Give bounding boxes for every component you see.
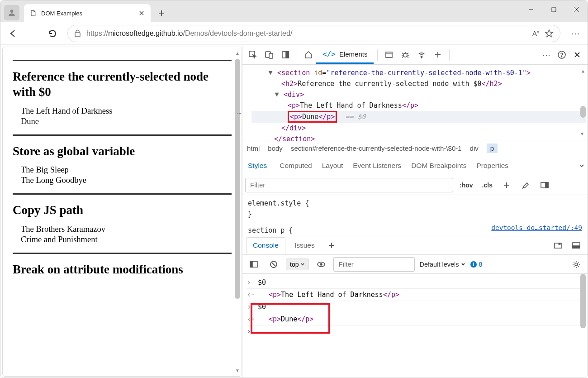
device-toggle-icon[interactable] xyxy=(261,47,277,62)
help-icon[interactable] xyxy=(554,47,569,62)
list-item: The Brothers Karamazov xyxy=(21,225,232,234)
svg-rect-14 xyxy=(545,182,548,188)
close-devtools-icon[interactable] xyxy=(569,47,585,62)
svg-point-26 xyxy=(575,263,578,266)
window-controls xyxy=(520,0,588,19)
browser-tab[interactable]: DOM Examples xyxy=(24,4,151,22)
svg-rect-2 xyxy=(75,33,80,37)
styles-rules[interactable]: element.style { } xyxy=(242,195,588,222)
devtools-panel: </> Elements ⋯ ⋯ ▼ <section id="referenc… xyxy=(242,45,588,378)
panel-toggle-icon[interactable] xyxy=(537,177,552,193)
elements-icon: </> xyxy=(322,50,336,58)
network-icon[interactable] xyxy=(414,47,429,62)
dom-selected-node: <p>Dune</p> == $0 xyxy=(251,111,586,123)
chevron-down-icon[interactable] xyxy=(579,163,585,169)
bug-icon[interactable] xyxy=(398,47,413,62)
add-tab-icon[interactable] xyxy=(430,47,446,62)
clear-console-icon[interactable] xyxy=(266,257,281,272)
favorite-icon[interactable] xyxy=(545,29,554,38)
source-link[interactable]: devtools-do…started/:49 xyxy=(491,224,582,231)
titlebar: DOM Examples xyxy=(0,0,588,22)
console-filter-input[interactable] xyxy=(333,257,415,272)
page-content[interactable]: Reference the currently-selected node wi… xyxy=(3,47,242,376)
drawer-expand-icon[interactable] xyxy=(550,238,566,253)
cls-toggle[interactable]: .cls xyxy=(479,182,495,189)
log-levels[interactable]: Default levels xyxy=(419,261,465,268)
styles-rules[interactable]: section p { devtools-do…started/:49 xyxy=(242,222,588,236)
tab-event-listeners[interactable]: Event Listeners xyxy=(353,162,401,170)
breadcrumb-selected[interactable]: p xyxy=(487,144,498,153)
page-viewport: Reference the currently-selected node wi… xyxy=(2,47,242,377)
section-heading: Copy JS path xyxy=(13,203,232,218)
back-button[interactable] xyxy=(4,25,21,42)
svg-rect-7 xyxy=(286,52,289,58)
brush-icon[interactable] xyxy=(518,177,533,193)
settings-icon[interactable] xyxy=(569,257,584,272)
minimize-button[interactable] xyxy=(520,0,542,19)
arrow-up-icon[interactable]: ▲ xyxy=(580,68,586,73)
address-bar[interactable]: https://microsoftedge.github.io/Demos/de… xyxy=(67,25,560,42)
profile-button[interactable] xyxy=(4,5,19,20)
maximize-button[interactable] xyxy=(542,0,565,19)
inspect-element-icon[interactable] xyxy=(245,47,261,62)
tab-styles[interactable]: Styles xyxy=(245,158,270,173)
svg-point-0 xyxy=(10,10,14,13)
read-aloud-icon[interactable]: A» xyxy=(532,29,539,37)
tab-computed[interactable]: Computed xyxy=(280,162,312,170)
add-drawer-tab-icon[interactable] xyxy=(324,238,339,253)
highlight-box xyxy=(251,303,330,334)
section-heading: Break on attribute modifications xyxy=(13,262,232,278)
list-item: Dune xyxy=(21,117,232,126)
dock-icon[interactable] xyxy=(278,47,293,62)
tab-dom-breakpoints[interactable]: DOM Breakpoints xyxy=(411,162,466,170)
app-icon[interactable] xyxy=(381,47,397,62)
menu-button[interactable]: ⋯ xyxy=(567,25,584,42)
styles-filter-input[interactable] xyxy=(245,178,453,192)
svg-point-9 xyxy=(403,53,407,57)
issues-badge[interactable]: 8 xyxy=(470,261,483,268)
tab-properties[interactable]: Properties xyxy=(476,162,508,170)
tab-elements[interactable]: </> Elements xyxy=(316,46,374,64)
context-select[interactable]: top xyxy=(286,258,309,270)
tab-layout[interactable]: Layout xyxy=(322,162,343,170)
section-heading: Store as global variable xyxy=(13,144,232,159)
styles-toolbar: :hov .cls xyxy=(242,175,588,195)
console-toolbar: top Default levels 8 xyxy=(242,255,588,274)
sidebar-toggle-icon[interactable] xyxy=(246,257,261,272)
drawer-tabs: Console Issues xyxy=(242,236,588,255)
lock-icon xyxy=(74,29,81,37)
more-icon[interactable]: ⋯ xyxy=(539,47,554,62)
tab-console[interactable]: Console xyxy=(246,237,285,254)
styles-subtabs: Styles Computed Layout Event Listeners D… xyxy=(242,156,588,175)
list-item: The Big Sleep xyxy=(21,165,232,175)
return-icon: ‹· xyxy=(247,291,253,299)
browser-toolbar: https://microsoftedge.github.io/Demos/de… xyxy=(0,22,588,45)
svg-rect-25 xyxy=(473,265,474,266)
dom-tree[interactable]: ⋯ ▼ <section id="reference-the-currently… xyxy=(242,65,588,140)
page-scrollbar[interactable]: ▲ ▼ xyxy=(234,50,241,373)
svg-rect-8 xyxy=(386,52,392,57)
forward-button[interactable] xyxy=(24,25,41,42)
svg-rect-1 xyxy=(552,8,556,12)
close-button[interactable] xyxy=(565,0,588,19)
home-icon[interactable] xyxy=(301,47,316,62)
dom-scrollbar[interactable] xyxy=(580,106,586,118)
arrow-down-icon[interactable]: ▼ xyxy=(581,131,583,136)
new-tab-button[interactable] xyxy=(154,6,169,20)
hov-toggle[interactable]: :hov xyxy=(457,182,476,189)
live-expr-icon[interactable] xyxy=(313,257,329,272)
new-style-icon[interactable] xyxy=(499,177,514,193)
svg-point-12 xyxy=(561,56,562,57)
tab-close-icon[interactable] xyxy=(138,10,145,17)
refresh-button[interactable] xyxy=(44,25,61,42)
tab-title: DOM Examples xyxy=(41,10,133,17)
svg-rect-24 xyxy=(473,263,474,265)
gutter-more-icon[interactable]: ⋯ xyxy=(237,109,242,118)
list-item: Crime and Punishment xyxy=(21,235,232,244)
svg-point-22 xyxy=(320,263,322,265)
console-output[interactable]: ›$0 ‹·<p>The Left Hand of Darkness</p> ›… xyxy=(242,274,588,378)
tab-issues[interactable]: Issues xyxy=(288,238,321,253)
url-text: https://microsoftedge.github.io/Demos/de… xyxy=(86,29,527,38)
page-icon xyxy=(29,10,37,17)
console-scrollbar[interactable] xyxy=(580,274,586,328)
